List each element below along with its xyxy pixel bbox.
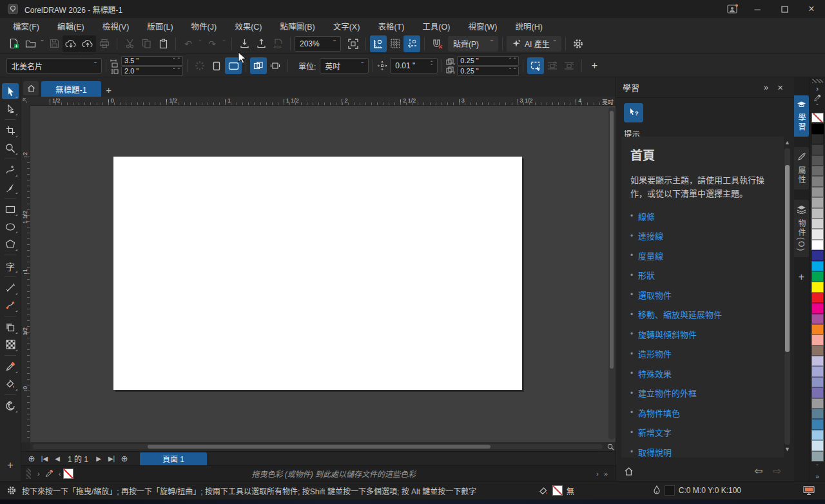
- add-page-before-icon[interactable]: ⊕: [25, 453, 38, 465]
- color-swatch[interactable]: [811, 419, 824, 429]
- add-property-icon[interactable]: +: [586, 57, 603, 74]
- open-dropdown-icon[interactable]: ˇ: [39, 41, 46, 47]
- show-rulers-icon[interactable]: [370, 35, 387, 52]
- duplicate-distance-x-field[interactable]: 0.25 "ˇˆ: [457, 56, 519, 66]
- landscape-icon[interactable]: [225, 57, 242, 74]
- close-docker-icon[interactable]: ×: [773, 82, 788, 93]
- outline-indicator[interactable]: C:0 M:0 Y:0 K:100: [653, 485, 741, 496]
- pick-tool[interactable]: [2, 83, 19, 99]
- redo-icon[interactable]: ↷: [204, 35, 220, 52]
- publish-pdf-icon[interactable]: PDF: [269, 35, 286, 52]
- learning-forward-icon[interactable]: ⇨: [768, 465, 786, 477]
- shape-tool[interactable]: [2, 101, 19, 117]
- color-swatch[interactable]: [811, 356, 824, 366]
- shadow-tool[interactable]: [2, 319, 19, 335]
- add-page-after-icon[interactable]: ⊕: [118, 453, 131, 465]
- treat-as-filled-icon[interactable]: [527, 57, 544, 74]
- color-swatch[interactable]: [811, 218, 824, 229]
- menu-item[interactable]: 編輯(E): [48, 21, 93, 34]
- document-tab[interactable]: 無標題-1: [41, 81, 101, 97]
- no-color-swatch[interactable]: [811, 113, 824, 122]
- color-swatch[interactable]: [811, 261, 824, 271]
- collapse-docker-icon[interactable]: »: [759, 82, 773, 92]
- page-tab[interactable]: 頁面 1: [140, 452, 207, 465]
- cloud-open-icon[interactable]: [63, 35, 79, 52]
- horizontal-scrollbar-thumb[interactable]: [148, 445, 490, 449]
- learning-topic-link[interactable]: • 形狀: [630, 269, 775, 281]
- all-pages-icon[interactable]: [250, 57, 267, 74]
- new-document-tab-button[interactable]: +: [101, 82, 117, 97]
- snap-to-dropdown[interactable]: 貼齊(P)ˇ: [448, 36, 498, 52]
- duplicate-distance-y-field[interactable]: 0.25 "ˇˆ: [457, 66, 519, 76]
- rectangle-tool[interactable]: [2, 201, 19, 217]
- menu-item[interactable]: 文字(X): [324, 21, 369, 34]
- menu-item[interactable]: 說明(H): [507, 21, 552, 34]
- menu-item[interactable]: 效果(C): [226, 21, 271, 34]
- curve-tool[interactable]: [2, 162, 19, 178]
- palette-eyedropper-icon[interactable]: [813, 93, 821, 102]
- interactive-fill-tool[interactable]: [2, 376, 19, 392]
- drawing-canvas[interactable]: [30, 106, 616, 442]
- transparency-tool[interactable]: [2, 336, 19, 353]
- undo-dropdown-icon[interactable]: ˇ: [197, 41, 204, 47]
- maximize-button[interactable]: [771, 0, 798, 18]
- welcome-home-icon[interactable]: [23, 81, 39, 95]
- previous-page-icon[interactable]: ◀: [51, 453, 64, 465]
- connector-tool[interactable]: [2, 297, 19, 313]
- cloud-save-icon[interactable]: [79, 35, 96, 52]
- polygon-tool[interactable]: [2, 236, 19, 252]
- vertical-ruler[interactable]: 21 1/211/20: [21, 106, 30, 442]
- options-gear-icon[interactable]: [570, 35, 587, 52]
- color-swatch[interactable]: [811, 387, 824, 398]
- color-swatch[interactable]: [811, 440, 824, 451]
- color-swatch[interactable]: [811, 314, 824, 324]
- palette-scroll-right-icon[interactable]: ›: [594, 470, 601, 478]
- first-page-icon[interactable]: |◀: [38, 453, 51, 465]
- ellipse-tool[interactable]: [2, 218, 19, 235]
- palette-more-icon[interactable]: »: [601, 470, 610, 478]
- color-swatch[interactable]: [811, 134, 824, 144]
- learning-back-icon[interactable]: ⇦: [750, 465, 768, 477]
- page-height-field[interactable]: 2.0 "ˇˆ: [121, 66, 183, 76]
- color-swatch[interactable]: [811, 366, 824, 376]
- color-swatch[interactable]: [811, 229, 824, 239]
- text-tool[interactable]: 字: [2, 258, 19, 274]
- color-swatch[interactable]: [811, 293, 824, 303]
- color-swatch[interactable]: [811, 430, 824, 440]
- last-page-icon[interactable]: ▶|: [105, 453, 118, 465]
- docker-tab-objects[interactable]: 物件(O): [794, 200, 809, 257]
- docker-tab-properties[interactable]: 屬性: [794, 147, 809, 189]
- color-swatch[interactable]: [811, 240, 824, 250]
- zoom-level-combo[interactable]: 203%ˇ: [295, 36, 341, 52]
- docker-tab-learning[interactable]: 學習: [794, 95, 809, 137]
- zoom-tool[interactable]: [2, 140, 19, 156]
- color-swatch[interactable]: [811, 144, 824, 155]
- color-swatch[interactable]: [811, 197, 824, 208]
- ruler-origin-corner[interactable]: [21, 97, 31, 106]
- color-swatch[interactable]: [811, 155, 824, 166]
- palette-grip[interactable]: [26, 469, 31, 479]
- learning-scrollbar[interactable]: ▲ ▼: [783, 139, 791, 454]
- crop-tool[interactable]: [2, 122, 19, 139]
- learning-topic-link[interactable]: • 旋轉與傾斜物件: [630, 328, 775, 340]
- account-icon[interactable]: [722, 0, 744, 18]
- paste-icon[interactable]: [155, 35, 171, 52]
- page-width-field[interactable]: 3.5 "ˇˆ: [121, 56, 183, 66]
- palette-scroll-up-icon[interactable]: ˆ: [816, 102, 818, 111]
- add-tool-button[interactable]: +: [7, 459, 14, 472]
- open-icon[interactable]: [22, 35, 39, 52]
- menu-item[interactable]: 檢視(V): [93, 21, 139, 34]
- color-swatch[interactable]: [811, 282, 824, 292]
- show-guidelines-icon[interactable]: [403, 35, 420, 52]
- scroll-down-icon[interactable]: ▼: [783, 446, 791, 454]
- color-swatch[interactable]: [811, 124, 824, 134]
- horizontal-ruler[interactable]: 1/201/211 1/222 1/233 1/24 英吋: [30, 97, 616, 106]
- add-docker-button[interactable]: +: [799, 271, 804, 283]
- undo-icon[interactable]: ↶: [180, 35, 197, 52]
- import-icon[interactable]: [236, 35, 253, 52]
- ai-generate-button[interactable]: AI 產生ˇ: [507, 36, 561, 52]
- cut-icon[interactable]: [121, 35, 138, 52]
- wrap-text-icon[interactable]: [544, 57, 561, 74]
- learning-topic-link[interactable]: • 度量線: [630, 249, 775, 262]
- horizontal-scrollbar[interactable]: [30, 442, 616, 451]
